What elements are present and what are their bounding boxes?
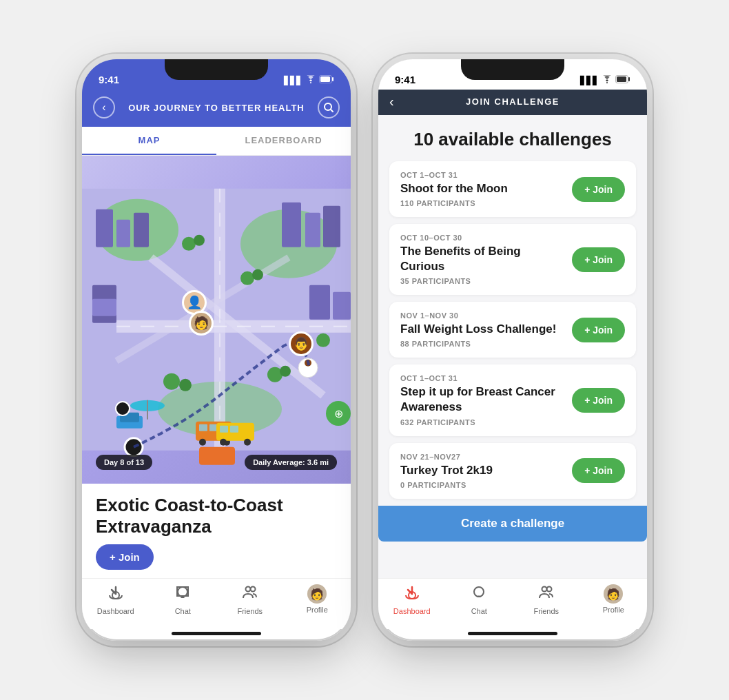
- svg-point-56: [606, 82, 608, 83]
- svg-point-0: [310, 82, 311, 83]
- svg-rect-11: [282, 203, 301, 247]
- home-indicator-1: [172, 632, 261, 635]
- nav-label-dashboard-1: Dashboard: [97, 607, 134, 615]
- challenge-card-1: OCT 10–OCT 30 The Benefits of Being Curi…: [389, 224, 636, 295]
- svg-point-25: [280, 366, 291, 377]
- svg-point-40: [244, 439, 251, 446]
- card-participants-2: 88 PARTICIPANTS: [400, 340, 564, 348]
- navbar-2: ‹ JOIN CHALLENGE: [378, 90, 647, 115]
- svg-rect-2: [320, 76, 330, 82]
- svg-point-21: [252, 269, 263, 280]
- challenge-card-0: OCT 1–OCT 31 Shoot for the Moon 110 PART…: [389, 161, 636, 217]
- svg-rect-38: [230, 426, 238, 433]
- join-button-c4[interactable]: + Join: [572, 458, 625, 483]
- friends-icon-1: [242, 584, 258, 605]
- map-background: ⊕ Day 8 of 13 Daily Average: 3.6 mi 👤 🧑 …: [82, 156, 351, 484]
- card-participants-0: 110 PARTICIPANTS: [400, 199, 564, 207]
- svg-point-22: [163, 373, 180, 390]
- dashboard-icon-2: [404, 584, 420, 605]
- green-destination-marker: ⊕: [326, 401, 351, 426]
- time-2: 9:41: [395, 74, 415, 85]
- join-button-c0[interactable]: + Join: [572, 177, 625, 202]
- challenge-card-2: NOV 1–NOV 30 Fall Weight Loss Challenge!…: [389, 302, 636, 358]
- dashboard-icon: [107, 584, 124, 605]
- challenges-content: 10 available challenges OCT 1–OCT 31 Sho…: [378, 115, 647, 578]
- join-button-1[interactable]: + Join: [96, 544, 154, 570]
- search-button[interactable]: [318, 96, 340, 119]
- back-button-2[interactable]: ‹: [389, 94, 394, 110]
- tab-map[interactable]: MAP: [82, 127, 216, 155]
- svg-point-39: [220, 439, 227, 446]
- card-name-4: Turkey Trot 2k19: [400, 463, 564, 478]
- card-name-0: Shoot for the Moon: [400, 181, 564, 196]
- svg-rect-58: [617, 76, 626, 82]
- signal-icon-2: ▋▋▋: [580, 76, 599, 85]
- card-date-4: NOV 21–NOV27: [400, 453, 564, 461]
- nav-chat-2[interactable]: Chat: [446, 584, 513, 615]
- signal-icon: ▋▋▋: [284, 76, 302, 85]
- card-participants-4: 0 PARTICIPANTS: [400, 481, 564, 489]
- svg-rect-16: [309, 285, 330, 320]
- challenge-card-4: NOV 21–NOV27 Turkey Trot 2k19 0 PARTICIP…: [389, 443, 636, 499]
- create-challenge-button[interactable]: Create a challenge: [378, 506, 647, 542]
- home-indicator-2: [468, 632, 557, 635]
- svg-rect-28: [199, 424, 207, 431]
- back-button-1[interactable]: ‹: [93, 96, 115, 119]
- notch: [165, 59, 268, 80]
- friends-icon-2: [538, 584, 555, 605]
- card-name-2: Fall Weight Loss Challenge!: [400, 322, 564, 337]
- nav-profile-2[interactable]: 🧑 Profile: [580, 584, 648, 615]
- join-button-c3[interactable]: + Join: [572, 388, 625, 413]
- svg-point-54: [245, 587, 250, 592]
- challenge-info: Exotic Coast-to-Coast Extravaganza + Joi…: [82, 484, 351, 578]
- bottom-nav-2: Dashboard Chat Friends: [378, 578, 647, 629]
- svg-point-19: [194, 235, 205, 246]
- challenge-card-3: OCT 1–OCT 31 Step it up for Breast Cance…: [389, 364, 636, 435]
- map-area: ⊕ Day 8 of 13 Daily Average: 3.6 mi 👤 🧑 …: [82, 156, 351, 484]
- svg-rect-37: [220, 426, 228, 433]
- svg-rect-13: [323, 206, 340, 247]
- nav-label-chat-2: Chat: [471, 607, 487, 615]
- wifi-icon: [305, 75, 316, 85]
- card-date-1: OCT 10–OCT 30: [400, 234, 564, 242]
- card-participants-1: 35 PARTICIPANTS: [400, 277, 564, 285]
- nav-friends-1[interactable]: Friends: [216, 584, 284, 615]
- black-dot-marker: [115, 401, 130, 416]
- card-name-3: Step it up for Breast Cancer Awareness: [400, 384, 564, 415]
- svg-point-53: [178, 587, 187, 597]
- nav-dashboard-1[interactable]: Dashboard: [82, 584, 150, 615]
- nav-label-friends-1: Friends: [237, 607, 263, 615]
- chat-icon-1: [174, 584, 191, 605]
- tab-leaderboard[interactable]: LEADERBOARD: [216, 127, 351, 155]
- join-button-c1[interactable]: + Join: [572, 247, 625, 272]
- svg-rect-12: [305, 213, 320, 247]
- svg-point-23: [179, 379, 192, 391]
- status-icons-2: ▋▋▋: [580, 75, 630, 85]
- nav-label-dashboard-2: Dashboard: [393, 607, 431, 615]
- nav-label-chat-1: Chat: [175, 607, 191, 615]
- tabs-1: MAP LEADERBOARD: [82, 127, 351, 156]
- nav-dashboard-2[interactable]: Dashboard: [378, 584, 446, 615]
- nav-profile-1[interactable]: 🧑 Profile: [284, 584, 351, 615]
- svg-point-18: [182, 237, 196, 251]
- card-date-0: OCT 1–OCT 31: [400, 171, 564, 179]
- svg-point-61: [542, 587, 546, 592]
- phone-1: 9:41 ▋▋▋ ‹ OUR JOURNEY TO: [82, 59, 351, 641]
- svg-point-20: [240, 271, 254, 285]
- challenge-name: Exotic Coast-to-Coast Extravaganza: [96, 495, 337, 537]
- svg-point-55: [250, 587, 255, 592]
- avg-badge: Daily Average: 3.6 mi: [245, 455, 337, 470]
- avatar-pin-2: 🧑: [189, 311, 214, 336]
- profile-icon-1: 🧑: [307, 584, 327, 604]
- nav-label-profile-2: Profile: [603, 606, 624, 614]
- page-title-2: 10 available challenges: [389, 129, 636, 150]
- join-button-c2[interactable]: + Join: [572, 318, 625, 342]
- notch-2: [461, 59, 564, 80]
- nav-chat-1[interactable]: Chat: [150, 584, 217, 615]
- svg-point-26: [316, 333, 330, 347]
- nav-friends-2[interactable]: Friends: [513, 584, 580, 615]
- avatar-pin-3: 👨: [289, 331, 314, 356]
- wifi-icon-2: [602, 75, 613, 85]
- svg-rect-8: [96, 209, 113, 247]
- nav-label-profile-1: Profile: [307, 606, 328, 614]
